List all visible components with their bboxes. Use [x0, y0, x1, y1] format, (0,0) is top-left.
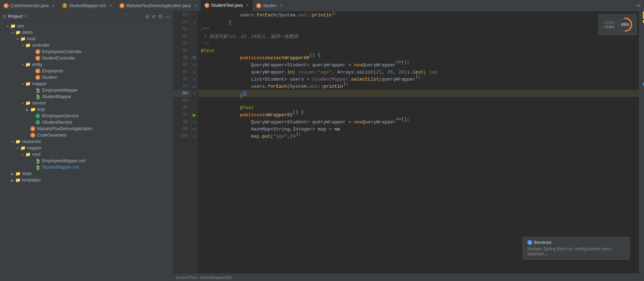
- tree-item-demo[interactable]: ▾ 📁 demo: [0, 29, 173, 36]
- fold-icon[interactable]: ⊖: [193, 63, 196, 67]
- folder-icon: 📁: [25, 42, 31, 48]
- tab-label: StudentMapper.xml: [69, 3, 106, 8]
- folder-icon: 📁: [25, 100, 31, 106]
- fold-icon[interactable]: ⊖: [193, 85, 196, 88]
- xml-icon: 🍃: [35, 164, 41, 170]
- tree-item-mapper[interactable]: ▾ 📁 mapper: [0, 81, 173, 87]
- close-icon[interactable]: ✕: [52, 4, 55, 7]
- gutter-item[interactable]: ↻: [191, 54, 198, 61]
- tab-overflow[interactable]: ≫: [633, 3, 644, 8]
- expand-icon[interactable]: ⇄: [152, 14, 156, 19]
- fold-icon[interactable]: ⊖: [193, 92, 196, 96]
- tab-student-mapper[interactable]: 🍃 StudentMapper.xml ✕: [59, 0, 116, 11]
- gutter-item: ⊖: [191, 118, 198, 126]
- java-icon: C: [30, 126, 36, 132]
- tree-item-student-mapper[interactable]: 🍃 StudentMapper: [0, 93, 173, 100]
- speed-info: ↑ 0 K/s ↓ 0 K/s: [602, 20, 614, 29]
- close-icon[interactable]: ✕: [280, 4, 283, 7]
- line-number: 92: [173, 76, 191, 83]
- tree-item-impl[interactable]: ▶ 📁 impl: [0, 106, 173, 113]
- code-line-84: }: [198, 19, 639, 26]
- tree-label: templates: [22, 178, 41, 183]
- tree-item-service[interactable]: ▾ 📁 service: [0, 100, 173, 106]
- tree-item-code-generator[interactable]: C CodeGenerator: [0, 132, 173, 138]
- tree-item-templates[interactable]: ▶ 📁 templates: [0, 177, 173, 183]
- code-line-86: * 筛选年龄=21，22，28的人，返回一条数据: [198, 33, 639, 40]
- arrow-icon: ▾: [10, 140, 15, 144]
- xml-icon: 🍃: [35, 158, 41, 164]
- tree-label: controller: [32, 43, 50, 48]
- close-icon[interactable]: ✕: [194, 4, 197, 7]
- line-number: 86: [173, 33, 191, 40]
- popup-body: Multiple Spring Boot run configurations …: [527, 246, 625, 256]
- tree-item-von[interactable]: ▾ 📁 von: [0, 23, 173, 29]
- gutter-item: ⊖: [191, 61, 198, 68]
- tab-studen[interactable]: C Studen ✕: [253, 0, 286, 11]
- tree-item-static[interactable]: ▶ 📁 static: [0, 170, 173, 177]
- tab-student-test[interactable]: C StudentTest.java ✕: [201, 0, 253, 11]
- settings-icon[interactable]: ⚙: [158, 14, 163, 19]
- line-numbers: 83 84 85 86 87 88 89 90 91 92 93 94 95 9…: [173, 11, 191, 273]
- tree-item-mybatis-app[interactable]: C MybatisPlusDemoApplication: [0, 126, 173, 132]
- tab-code-generator[interactable]: C CodeGenerator.java ✕: [0, 0, 59, 11]
- tab-label: StudentTest.java: [211, 3, 243, 8]
- code-line-89: public void selectWrapper08() {: [198, 54, 639, 61]
- arrow-icon: ▶: [25, 108, 30, 112]
- tree-label: Employees: [42, 68, 63, 73]
- java-icon: C: [35, 68, 41, 74]
- close-icon[interactable]: ✕: [246, 3, 249, 7]
- tree-item-controller[interactable]: ▾ 📁 controller: [0, 42, 173, 48]
- minimize-icon[interactable]: —: [165, 14, 170, 19]
- tree-item-resources-mapper[interactable]: ▾ 📁 mapper: [0, 145, 173, 151]
- tree-item-iemployees-service[interactable]: I IEmployeesService: [0, 113, 173, 119]
- locate-icon[interactable]: ⊕: [145, 14, 149, 19]
- fold-icon[interactable]: ⊖: [193, 77, 196, 81]
- fold-icon[interactable]: ⊖: [193, 20, 196, 24]
- close-icon[interactable]: ✕: [109, 4, 112, 7]
- tree-item-employees-mapper[interactable]: 🍃 EmployeesMapper: [0, 87, 173, 93]
- reload-icon[interactable]: ↻: [192, 55, 197, 61]
- mapper-icon: 🍃: [35, 94, 41, 99]
- tree-item-student-controller[interactable]: C StudentController: [0, 55, 173, 61]
- line-number: 83: [173, 11, 191, 19]
- code-lines[interactable]: users.forEach(System.out::println); } /*…: [198, 11, 639, 273]
- dropdown-icon[interactable]: ▾: [25, 14, 27, 19]
- tree-label: StudentMapper.xml: [42, 165, 79, 170]
- line-number: 95: [173, 97, 191, 104]
- tree-item-entity[interactable]: ▾ 📁 entity: [0, 61, 173, 68]
- tab-label: MybatisPlusDemoApplication.java: [126, 3, 191, 8]
- arrow-icon: ▾: [20, 82, 25, 86]
- tree-item-employees[interactable]: C Employees: [0, 68, 173, 74]
- bottom-bar: StudentTest › selectWrapper08(): [173, 273, 644, 281]
- tree-item-employees-mapper-xml[interactable]: 🍃 EmployeesMapper.xml: [0, 158, 173, 164]
- tree-label: mod: [27, 36, 35, 41]
- tree-item-istudent-service[interactable]: I IStudentService: [0, 119, 173, 126]
- tree-item-mod[interactable]: ▾ 📁 mod: [0, 36, 173, 42]
- gutter-item: ⊖: [191, 19, 198, 26]
- folder-icon: 📁: [20, 145, 26, 151]
- folder-icon: 📁: [15, 30, 21, 35]
- tree-item-resources[interactable]: ▾ 📁 resources: [0, 138, 173, 145]
- tree-item-resources-mod[interactable]: ▾ 📁 mod: [0, 151, 173, 158]
- tree-item-employees-controller[interactable]: C EmployeesController: [0, 48, 173, 55]
- tab-mybatis-app[interactable]: C MybatisPlusDemoApplication.java ✕: [116, 0, 201, 11]
- gutter-item: ⊖: [191, 126, 198, 133]
- line-number: 93: [173, 83, 191, 90]
- folder-icon: 📁: [30, 107, 36, 112]
- tree-item-student-mapper-xml[interactable]: 🍃 StudentMapper.xml: [0, 164, 173, 170]
- code-container: 83 84 85 86 87 88 89 90 91 92 93 94 95 9…: [173, 11, 644, 273]
- gutter-item: ⊖: [191, 76, 198, 83]
- gutter-item[interactable]: ▶: [191, 111, 198, 118]
- download-speed: ↓ 0 K/s: [602, 25, 614, 29]
- arrow-icon: ▾: [5, 24, 10, 28]
- fold-icon[interactable]: ⊖: [193, 127, 196, 131]
- fold-icon[interactable]: ⊖: [193, 120, 196, 124]
- arrow-icon: ▾: [15, 37, 20, 41]
- line-number: 100: [173, 133, 191, 140]
- fold-icon[interactable]: ⊖: [193, 134, 196, 138]
- run-icon[interactable]: ▶: [193, 112, 197, 118]
- code-line-90: QueryWrapper<Student> queryWrapper = new…: [198, 61, 639, 68]
- java-icon: C: [35, 49, 41, 55]
- tree-item-student[interactable]: C Student: [0, 74, 173, 81]
- fold-icon[interactable]: ⊖: [193, 70, 196, 74]
